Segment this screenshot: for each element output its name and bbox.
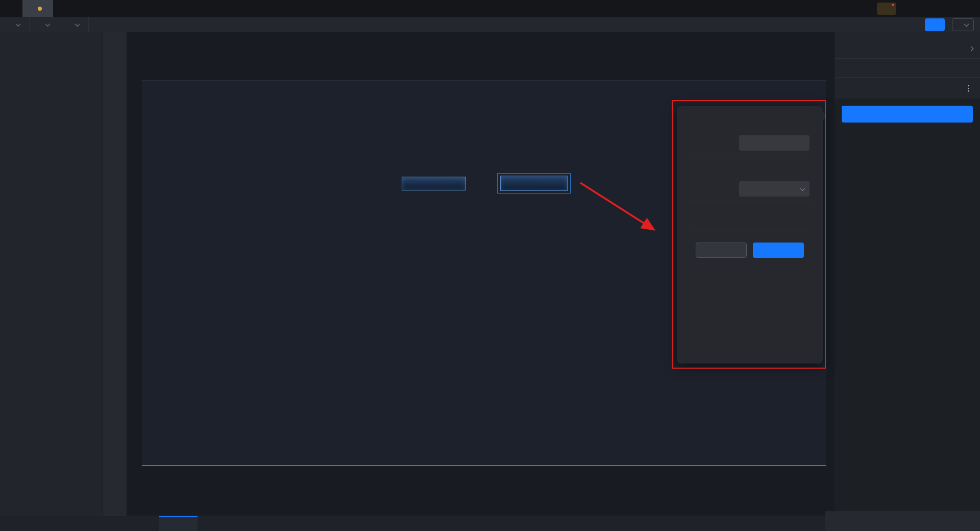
circle-plus-icon[interactable] [141, 518, 147, 523]
divider [690, 202, 810, 202]
chevron-down-icon [16, 21, 21, 27]
chevron-down-icon [75, 21, 80, 27]
ruler-h [136, 37, 834, 46]
right-panel: ⋮ [834, 32, 980, 516]
subboard-tab[interactable] [159, 516, 198, 531]
unsaved-dot [38, 7, 42, 11]
add-state-button[interactable] [953, 45, 961, 53]
app-window: ⋮ [0, 0, 980, 531]
current-state-row [835, 32, 980, 59]
panel-body [835, 99, 980, 516]
foreground-tab[interactable] [139, 516, 149, 531]
interaction-settings-header: ⋮ [835, 78, 980, 99]
name-input[interactable] [739, 135, 810, 151]
circle-plus-icon[interactable] [220, 518, 226, 523]
minimize-button[interactable] [910, 0, 933, 17]
canvas-button-show[interactable] [402, 177, 466, 190]
cancel-button[interactable] [696, 243, 747, 258]
plus-icon [902, 111, 909, 117]
publish-button[interactable] [925, 18, 945, 31]
gem-icon [880, 5, 888, 13]
event-section-header [690, 165, 810, 175]
menu-ops[interactable] [59, 17, 89, 32]
component-toolbar [103, 32, 127, 516]
maximize-button[interactable] [933, 0, 957, 17]
ruler-v [127, 46, 136, 516]
interaction-dialog [677, 106, 823, 364]
funnel-svg [418, 237, 550, 326]
annotation-arrow [574, 176, 666, 237]
confirm-button[interactable] [753, 243, 804, 258]
tab-project[interactable] [22, 0, 53, 17]
divider [690, 156, 810, 156]
name-section-header [690, 119, 810, 129]
layers-panel [0, 32, 103, 516]
add-interaction-button[interactable] [842, 106, 973, 123]
add-board-button[interactable] [198, 516, 214, 531]
stats-panel [825, 511, 980, 531]
titlebar [0, 0, 980, 17]
close-button[interactable] [957, 0, 980, 17]
divider [690, 231, 810, 231]
menu-project[interactable] [0, 17, 30, 32]
action-section-header [690, 211, 810, 221]
chevron-right-icon[interactable] [969, 46, 974, 52]
new-tab-button[interactable] [53, 0, 67, 17]
preview-button[interactable] [952, 18, 974, 31]
custom-service-badge[interactable] [877, 3, 896, 15]
chevron-down-icon [45, 21, 51, 27]
funnel-chart-component[interactable] [413, 224, 556, 324]
canvas-button-hide[interactable] [500, 176, 568, 191]
chevron-down-icon [964, 21, 969, 27]
canvas-button-hide-selection[interactable] [497, 173, 571, 194]
more-menu-icon[interactable]: ⋮ [965, 84, 973, 93]
menubar [0, 17, 980, 32]
panel-tabs [835, 59, 980, 78]
chevron-down-icon [800, 186, 805, 191]
tab-home[interactable] [0, 0, 22, 17]
bottom-bar [0, 516, 980, 531]
notification-dot [892, 4, 894, 6]
menu-data[interactable] [30, 17, 59, 32]
background-tab[interactable] [218, 516, 228, 531]
trigger-select[interactable] [739, 181, 810, 197]
layers-panel-header [0, 32, 103, 52]
